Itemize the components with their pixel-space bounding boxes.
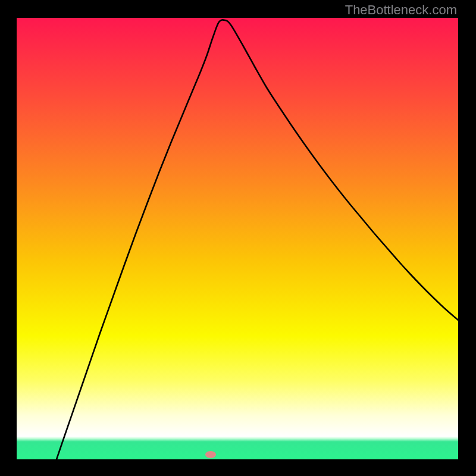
- chart-frame: [17, 18, 458, 459]
- curve-layer: [17, 18, 458, 459]
- bottleneck-curve: [57, 20, 458, 459]
- plot-area: [17, 18, 458, 459]
- optimum-marker: [205, 451, 216, 458]
- watermark-text: TheBottleneck.com: [345, 2, 457, 18]
